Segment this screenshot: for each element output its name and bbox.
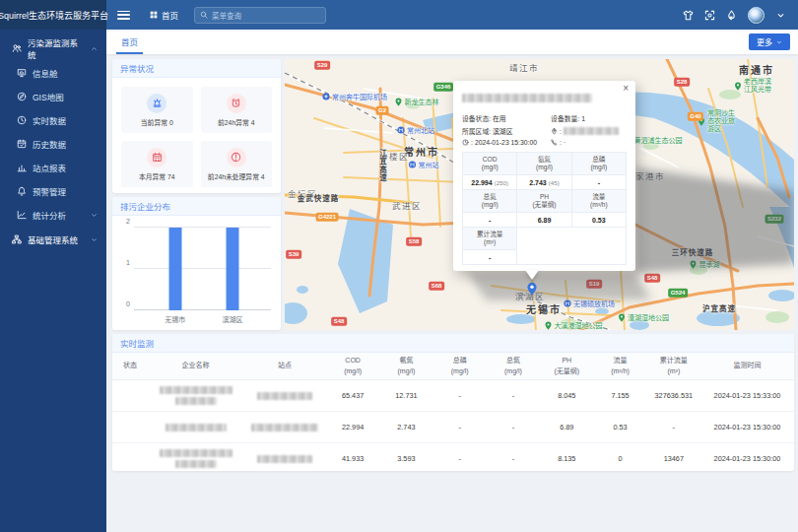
metric-cell: -: [458, 423, 460, 432]
station-popup: × 设备状态:在用设备数量:1所属区域:滨湖区::2024-01-23 15:3…: [453, 81, 635, 271]
sidebar-item-label: 站点报表: [33, 162, 66, 173]
table-row-1[interactable]: 22.9942.743--6.890.53-2024-01-23 15:30:0…: [112, 412, 794, 443]
menu-collapse-icon[interactable]: [117, 11, 130, 20]
bar-无锡市: [168, 228, 181, 310]
home-label: 首页: [162, 9, 178, 21]
sidebar-item-5[interactable]: 预警管理: [0, 179, 106, 203]
metric-value: -: [463, 250, 517, 265]
users-icon: [12, 43, 22, 53]
metric-value: 0.53: [572, 213, 627, 228]
abnormal-card-label: 前24h异常 4: [218, 117, 254, 127]
station-pin-icon[interactable]: [526, 282, 538, 296]
tabbar: 首页 更多: [106, 30, 798, 54]
column-header-累计流量: 累计流量(m³): [647, 356, 700, 375]
station-name-redacted: [243, 392, 326, 400]
more-button[interactable]: 更多: [749, 33, 790, 50]
sidebar-item-label: 预警管理: [33, 185, 66, 197]
bar-chart: 012无锡市滨湖区: [116, 220, 277, 328]
road-badge-S232: S232: [765, 215, 783, 224]
column-header-状态: 状态: [112, 361, 148, 370]
table-row-2[interactable]: 41.9333.593--8.1350134672024-01-23 15:30…: [112, 443, 794, 475]
map-road-label: 江宜高速: [377, 149, 388, 182]
close-icon[interactable]: ×: [623, 84, 629, 94]
menu-search-input[interactable]: 菜单查询: [194, 7, 326, 24]
road-badge-G346: G346: [433, 83, 453, 92]
park-pin-icon: [395, 98, 403, 106]
park-pin-icon: [690, 260, 698, 269]
metric-cell: -: [458, 454, 460, 463]
map-road-label: 沪宜高速: [702, 302, 736, 313]
monitor-time: 2024-01-23 15:30:00: [714, 454, 781, 463]
column-header-站点: 站点: [243, 361, 326, 370]
phone-icon: [551, 139, 558, 146]
popup-metrics: COD(mg/l)氨氮(mg/l)总磷(mg/l)22.994 (250)2.7…: [462, 152, 627, 265]
metric-cell: 12.731: [395, 391, 417, 400]
popup-field-4: :2024-01-23 15:30:00: [462, 139, 547, 146]
metric-cell: 3.593: [397, 454, 415, 463]
flame-icon[interactable]: [726, 10, 737, 21]
metric-cell: 8.135: [558, 454, 575, 463]
sidebar-item-label: 统计分析: [33, 209, 66, 221]
abnormal-cards: 当前异常 0 前24h异常 4 本月异常 74 前24h未处理异常 4: [112, 78, 281, 196]
sidebar-group-pollution-monitor[interactable]: 污染源监测系统: [0, 35, 106, 61]
caret-down-icon: [91, 212, 98, 219]
screenshot-icon[interactable]: [704, 10, 715, 21]
user-avatar[interactable]: [748, 7, 765, 24]
metric-cell: 22.994: [342, 423, 364, 432]
y-tick-label: 2: [126, 218, 130, 225]
monitor-time: 2024-01-23 15:33:00: [714, 391, 781, 400]
park-pin-icon: [734, 82, 742, 91]
theme-shirt-icon[interactable]: [683, 10, 694, 21]
column-header-总磷: 总磷(mg/l): [433, 356, 487, 375]
tab-home[interactable]: 首页: [116, 30, 143, 54]
sidebar-item-0[interactable]: 信息舱: [0, 61, 106, 85]
road-badge-G40: G40: [688, 112, 703, 121]
abnormal-card-2[interactable]: 本月异常 74: [121, 141, 193, 187]
sidebar-item-2[interactable]: 实时数据: [0, 108, 106, 132]
map-poi-无锡硕放机场: 无锡硕放机场: [564, 299, 615, 308]
metric-cell: 41.933: [342, 454, 364, 463]
column-header-COD: COD(mg/l): [326, 356, 379, 375]
location-icon: [551, 128, 558, 135]
metric-cell: 0.53: [613, 423, 627, 432]
enterprise-distribution-panel: 排污企业分布 012无锡市滨湖区: [112, 197, 281, 330]
airport-icon: [322, 93, 330, 100]
metric-cell: -: [673, 423, 675, 432]
app-logo: Squirrel生态环境云服务平台: [0, 0, 106, 30]
road-badge-S19: S19: [586, 280, 602, 289]
metric-header: 流量(m³/h): [572, 190, 627, 213]
sidebar-item-1[interactable]: GIS地图: [0, 85, 106, 108]
clock-small-icon: [462, 139, 469, 146]
metric-header: 累计流量(m³): [463, 228, 517, 250]
abnormal-card-1[interactable]: 前24h异常 4: [201, 87, 273, 133]
clock-icon: [17, 115, 27, 125]
table-row-0[interactable]: 65.43712.731--8.0457.155327636.5312024-0…: [112, 380, 794, 412]
y-tick-label: 1: [126, 259, 130, 266]
road-badge-G2: G2: [375, 106, 388, 115]
sidebar-item-4[interactable]: 站点报表: [0, 156, 106, 179]
metric-value: 6.89: [517, 213, 571, 228]
metric-header: COD(mg/l): [463, 153, 517, 175]
home-link[interactable]: 首页: [150, 9, 178, 21]
realtime-monitoring-panel: 实时监测 状态企业名称站点COD(mg/l)氨氮(mg/l)总磷(mg/l)总氮…: [112, 334, 794, 471]
calendar-red-icon: [152, 152, 163, 163]
sidebar-group-base-admin[interactable]: 基础管理系统: [0, 227, 106, 252]
map-label-无锡市: 无锡市: [526, 301, 562, 316]
sidebar-nav: 污染源监测系统信息舱GIS地图实时数据历史数据站点报表预警管理统计分析基础管理系…: [0, 30, 106, 532]
abnormal-card-0[interactable]: 当前异常 0: [121, 87, 193, 133]
abnormal-card-3[interactable]: 前24h未处理异常 4: [201, 141, 273, 187]
sidebar-item-6[interactable]: 统计分析: [0, 203, 106, 227]
search-icon: [200, 11, 208, 19]
caret-down-icon: [776, 39, 782, 45]
sidebar-item-3[interactable]: 历史数据: [0, 132, 106, 156]
abnormal-card-label: 前24h未处理异常 4: [208, 171, 265, 181]
caret-down-icon[interactable]: [775, 10, 786, 21]
y-tick-label: 0: [126, 300, 130, 307]
sidebar-item-label: 信息舱: [33, 67, 58, 79]
x-tick-label: 无锡市: [165, 314, 185, 324]
popup-callout-arrow: [525, 270, 539, 280]
map-poi-常州北站: 常州北站: [397, 125, 434, 135]
metric-value: -: [572, 175, 627, 190]
gis-map[interactable]: 常州市无锡市南通市靖江市张家港市金坛区钟楼区武进区滨湖区金武快速路三环快速路沪宜…: [285, 59, 794, 330]
column-header-氨氮: 氨氮(mg/l): [379, 356, 432, 375]
